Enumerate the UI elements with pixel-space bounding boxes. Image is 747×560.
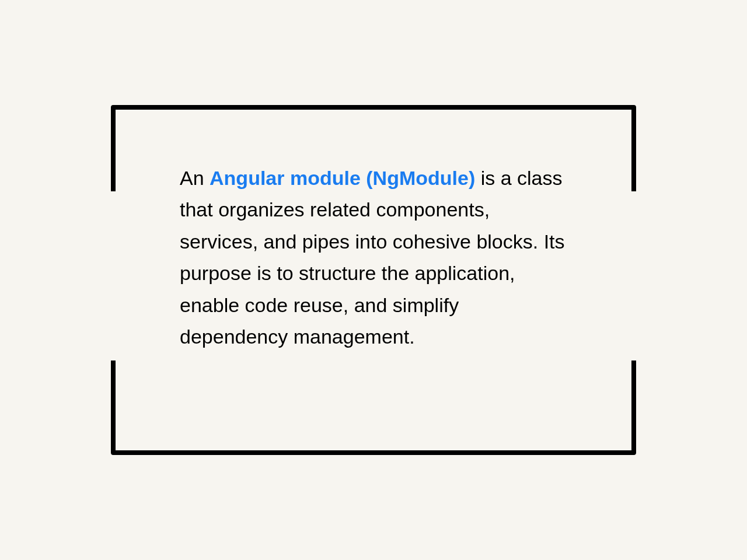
border-gap-right — [630, 191, 637, 360]
highlight-term: Angular module (NgModule) — [210, 167, 475, 189]
border-gap-left — [110, 191, 117, 360]
definition-text: An Angular module (NgModule) is a class … — [180, 162, 567, 352]
text-before: An — [180, 167, 210, 189]
text-after: is a class that organizes related compon… — [180, 167, 565, 348]
definition-card: An Angular module (NgModule) is a class … — [111, 105, 636, 455]
